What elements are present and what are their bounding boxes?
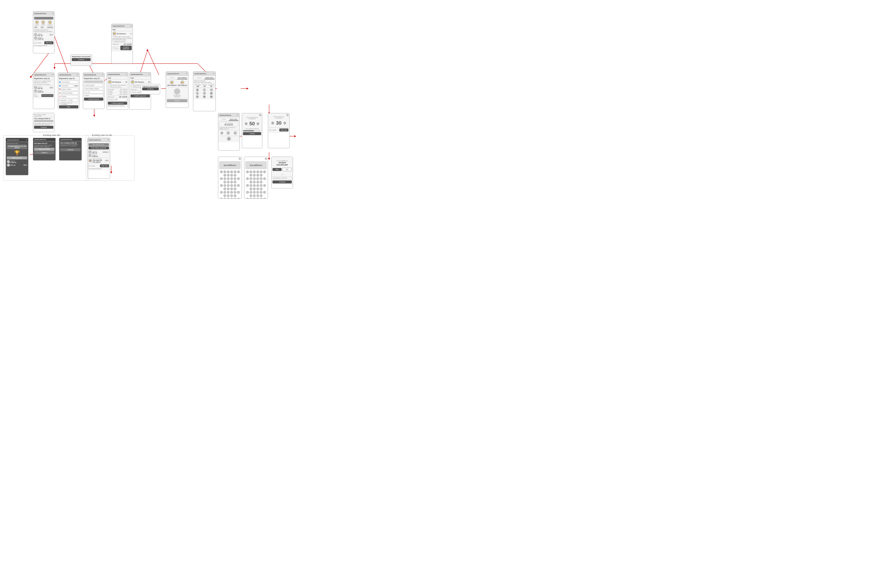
earns-right-list[interactable]: ≡ xyxy=(227,131,230,135)
duration-row-2: 6 weeks £15 / chance xyxy=(108,90,127,92)
rf1-postcode[interactable] xyxy=(59,99,69,102)
adjust-progress-bg xyxy=(243,130,261,132)
earns-action-close[interactable]: ✕ xyxy=(210,88,213,92)
menu-earns-more[interactable]: ≡ xyxy=(213,72,215,75)
cart-left-icon: 🎫 xyxy=(108,80,112,84)
ball-14: 14 xyxy=(230,177,233,180)
jackpot-no-btn[interactable]: NO xyxy=(282,168,292,171)
tab-earns-more[interactable]: Earns more xyxy=(204,76,215,79)
earns-right-plus[interactable]: + xyxy=(221,132,223,134)
adjust-plus-btn[interactable]: + xyxy=(257,122,259,125)
ball-28: 28 xyxy=(227,188,230,190)
adjust-minus-btn[interactable]: − xyxy=(245,122,248,125)
b2-9: 9 xyxy=(257,174,259,177)
rf1-gender[interactable]: Man xyxy=(74,85,78,87)
earns-action-delete[interactable]: 🗑 xyxy=(196,88,199,92)
tab-earns-right-more[interactable]: Earns more xyxy=(229,118,239,121)
rf1-terms-checkbox[interactable] xyxy=(59,103,61,104)
earns-action-check[interactable]: ✓ xyxy=(203,88,206,92)
play-syndicate-btn[interactable]: Play lottery syndicate xyxy=(41,94,53,97)
b2-27: 27 xyxy=(249,188,252,190)
next-btn-reg1[interactable]: Next xyxy=(59,105,78,108)
menu-your-chances[interactable]: ≡ xyxy=(186,72,187,75)
rf2-cardnumber[interactable] xyxy=(84,84,103,87)
pay-plus-btn[interactable]: + xyxy=(284,122,286,124)
rf1-firstname[interactable] xyxy=(61,81,78,84)
continue-reg-note-btn[interactable]: Continue xyxy=(34,126,53,129)
rf1-city[interactable] xyxy=(69,99,78,102)
rf2-expiry[interactable] xyxy=(84,91,103,93)
euro-ticket-2-close[interactable]: ✕ xyxy=(265,158,267,160)
continue-btn-payment[interactable]: Continue xyxy=(142,87,159,90)
payment-success-title: Payment Successful! xyxy=(142,86,159,87)
promo-btn[interactable]: Promo xyxy=(167,99,188,102)
cart-right-delete[interactable]: ✕ xyxy=(148,81,150,83)
menu-icon-reg1[interactable]: ≡ xyxy=(52,74,53,76)
earns-icon-star[interactable]: ★ xyxy=(203,92,206,95)
cart-top-title: Cart xyxy=(113,29,132,30)
pay-stepper: − 30 + xyxy=(269,120,288,126)
cart-right-sub-radio[interactable] xyxy=(131,84,132,86)
menu-reg-form2[interactable]: ≡ xyxy=(102,74,103,76)
continue-btn-reg[interactable]: Continue xyxy=(72,58,91,61)
menu-cart-right[interactable]: ≡ xyxy=(149,73,150,75)
cart-left-advance-radio[interactable] xyxy=(108,86,110,88)
div-reg1c xyxy=(34,93,53,93)
tab-euro[interactable]: € euro xyxy=(167,76,177,79)
menu-cart-left[interactable]: ≡ xyxy=(126,73,127,75)
confirm-payment-btn-right[interactable]: Confirm payment xyxy=(131,94,150,98)
logo-reg-form1: SyndicateGenie xyxy=(59,74,71,76)
rf1-dob-icon: 📅 xyxy=(59,88,61,90)
cart-delete-icon[interactable]: 🗑 xyxy=(131,33,132,34)
tab-earns-right-euro[interactable]: € euro xyxy=(219,118,229,121)
lottery-row-1: €83 €83 Jackpots xyxy=(34,26,53,28)
tab-your-chances[interactable]: Your chances xyxy=(177,76,188,79)
icon-tickets[interactable]: 🎫 Tickets xyxy=(35,20,39,26)
confirm-adjust-btn[interactable]: Confirm xyxy=(243,132,261,135)
rf1-street[interactable] xyxy=(61,95,78,98)
ball-37: 37 xyxy=(224,194,226,197)
jackpot-yes-btn[interactable]: YES xyxy=(273,168,282,171)
menu-earns-right[interactable]: ≡ xyxy=(237,114,238,116)
pay-now-btn-main[interactable]: Pay now xyxy=(44,41,53,44)
menu-reg-form1[interactable]: ≡ xyxy=(77,74,78,76)
earns-right-x[interactable]: ✕ xyxy=(233,131,237,135)
rf1-surname[interactable] xyxy=(61,84,74,87)
dur-label-4: 1 week xyxy=(108,93,112,95)
pay-minus-btn[interactable]: − xyxy=(272,122,274,124)
cart-advance-radio[interactable] xyxy=(113,40,114,42)
cart-left-promo-input[interactable] xyxy=(108,98,127,101)
ball-24: 24 xyxy=(230,184,233,187)
icon-claims[interactable]: 🏆 Claims xyxy=(41,20,45,26)
earns-icon-list[interactable]: ≡ xyxy=(196,92,199,95)
main-banner: Get more chances xyxy=(34,17,53,20)
tab-earns-euro[interactable]: € euro xyxy=(194,76,204,79)
rf1-house-icon: 🏠 xyxy=(59,92,61,94)
cart-left-sub-radio[interactable] xyxy=(108,84,110,86)
cart-right-advance-radio[interactable] xyxy=(131,86,132,88)
confirm-payment-btn-left[interactable]: Confirm payment xyxy=(108,102,127,105)
confirm-payment-btn-top[interactable]: Confirm payment xyxy=(120,46,132,50)
create-account-btn[interactable]: Create Account xyxy=(84,98,103,100)
icon-jackpots[interactable]: 💰 Jackpots xyxy=(47,20,53,26)
euro-numbers-row-1c: 21 22 23 24 25 26 27 28 29 30 xyxy=(219,184,241,190)
menu-cart-top[interactable]: ≡ xyxy=(131,25,132,27)
rf2-cardholdername[interactable] xyxy=(84,87,103,90)
euro-number-grid-1: 1 2 3 4 5 6 7 8 9 10 11 12 13 14 15 xyxy=(219,170,241,199)
pay-now-final-btn[interactable]: Pay now xyxy=(279,129,288,132)
menu-icon[interactable]: ≡ xyxy=(52,12,53,15)
jackpot-continue-btn[interactable]: Continue xyxy=(273,180,292,183)
ball-41: 41 xyxy=(220,198,223,199)
earns-icon-qr[interactable]: ▦ xyxy=(210,92,213,95)
cart-promo-input[interactable] xyxy=(113,46,120,50)
rf1-housenumber[interactable] xyxy=(61,92,78,94)
rf2-cvv[interactable] xyxy=(84,94,103,97)
body-earns-right: € euro Earns more In the jackpot 90 chan… xyxy=(218,117,239,142)
rf1-dob[interactable] xyxy=(61,88,78,91)
adjust-chances-close[interactable]: ✕ xyxy=(259,114,261,116)
euro-ticket-1-close[interactable]: ✕ xyxy=(239,158,241,160)
cart-left-delete[interactable]: ✕ xyxy=(125,81,127,83)
adjust-jackpot-label: Your Jackpot £248 mil xyxy=(243,128,261,129)
cart-sub-radio[interactable] xyxy=(113,36,114,38)
pay-now-right-close[interactable]: ✕ xyxy=(286,114,289,116)
